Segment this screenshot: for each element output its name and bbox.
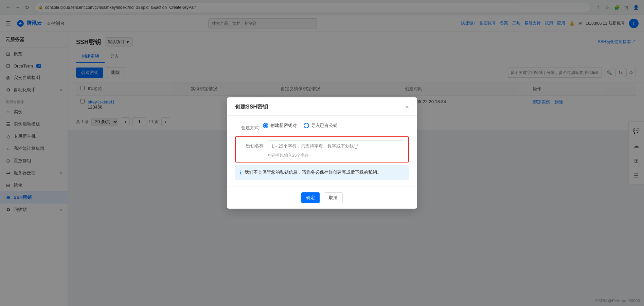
create-mode-row: 创建方式 创建新密钥对 导入已有公钥: [235, 122, 409, 131]
create-mode-label: 创建方式: [235, 122, 259, 131]
key-name-field-box: 密钥名称 您还可以输入25个字符: [235, 136, 409, 162]
watermark: CSDN @Peterpan00000: [595, 299, 640, 303]
create-ssh-key-modal: 创建SSH密钥 × 创建方式 创建新密钥对 导入已有公钥: [227, 97, 417, 209]
modal-footer: 确定 取消: [227, 187, 417, 209]
create-mode-radio-group: 创建新密钥对 导入已有公钥: [263, 122, 338, 129]
modal-body: 创建方式 创建新密钥对 导入已有公钥 密钥名称: [227, 116, 417, 187]
option-new-keypair[interactable]: 创建新密钥对: [263, 122, 297, 129]
modal-overlay: 创建SSH密钥 × 创建方式 创建新密钥对 导入已有公钥: [0, 0, 644, 306]
name-hint: 您还可以输入25个字符: [268, 153, 404, 158]
info-icon: ℹ: [240, 170, 242, 176]
modal-close-button[interactable]: ×: [405, 104, 409, 110]
cancel-button[interactable]: 取消: [324, 192, 343, 203]
modal-title: 创建SSH密钥: [235, 103, 268, 111]
option-import-label: 导入已有公钥: [311, 122, 338, 129]
name-field-label: 密钥名称: [240, 140, 264, 149]
confirm-button[interactable]: 确定: [301, 192, 320, 203]
name-input-area: 您还可以输入25个字符: [268, 140, 404, 158]
info-box: ℹ 我们不会保管您的私钥信息，请您务必保存好创建完成后下载的私钥。: [235, 165, 409, 180]
modal-header: 创建SSH密钥 ×: [227, 97, 417, 116]
watermark-text: CSDN @Peterpan00000: [595, 299, 640, 303]
option-new-label: 创建新密钥对: [270, 122, 297, 129]
info-text: 我们不会保管您的私钥信息，请您务必保存好创建完成后下载的私钥。: [245, 169, 381, 175]
key-name-input[interactable]: [268, 140, 404, 151]
option-import-pubkey[interactable]: 导入已有公钥: [304, 122, 338, 129]
radio-unchecked-icon: [304, 123, 309, 128]
radio-checked-icon: [263, 123, 268, 128]
